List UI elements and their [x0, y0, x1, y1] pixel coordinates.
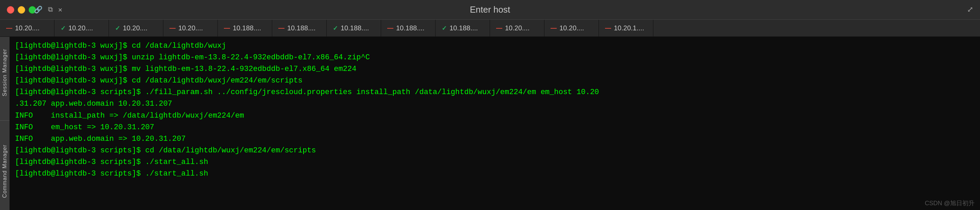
- tab-label: 10.20....: [15, 24, 40, 32]
- tab-bar: —10.20....✓10.20....✓10.20....—10.20....…: [0, 20, 980, 37]
- sidebar-divider: [0, 120, 10, 121]
- tab-label: 10.20.1....: [614, 24, 644, 32]
- tab-10[interactable]: —10.20....: [490, 20, 544, 37]
- minus-icon: —: [605, 24, 611, 32]
- minus-icon: —: [278, 24, 285, 32]
- tab-label: 10.188....: [233, 24, 261, 32]
- terminal-line: [lightdb@lightdb-3 wuxj]$ unzip lightdb-…: [15, 52, 975, 63]
- tab-label: 10.188....: [396, 24, 424, 32]
- terminal-line: INFO app.web.domain => 10.20.31.207: [15, 133, 975, 145]
- terminal-line: [lightdb@lightdb-3 wuxj]$ cd /data/light…: [15, 75, 975, 87]
- close-icon: ✕: [58, 5, 62, 14]
- tab-11[interactable]: —10.20....: [544, 20, 599, 37]
- minus-icon: —: [224, 24, 230, 32]
- tab-9[interactable]: ✓10.188....: [436, 20, 490, 37]
- minus-icon: —: [496, 24, 502, 32]
- close-button[interactable]: [7, 6, 14, 14]
- tab-5[interactable]: —10.188....: [218, 20, 272, 37]
- tab-label: 10.20....: [505, 24, 530, 32]
- tab-3[interactable]: ✓10.20....: [109, 20, 163, 37]
- terminal-line: INFO install_path => /data/lightdb/wuxj/…: [15, 110, 975, 122]
- terminal-line: [lightdb@lightdb-3 scripts]$ cd /data/li…: [15, 145, 975, 157]
- terminal-line: [lightdb@lightdb-3 scripts]$ ./start_all…: [15, 157, 975, 168]
- session-manager-label: Session Manager: [2, 49, 8, 96]
- tab-label: 10.188....: [340, 24, 369, 32]
- watermark: CSDN @旭日初升: [925, 199, 975, 207]
- tab-12[interactable]: —10.20.1....: [599, 20, 653, 37]
- titlebar-icons: 🔗 ⧉ ✕: [34, 5, 62, 14]
- terminal-area: [lightdb@lightdb-3 wuxj]$ cd /data/light…: [10, 37, 980, 210]
- terminal-line: [lightdb@lightdb-3 scripts]$ ./fill_para…: [15, 87, 975, 98]
- tab-label: 10.20....: [178, 24, 203, 32]
- tab-1[interactable]: —10.20....: [0, 20, 54, 37]
- tab-label: 10.20....: [68, 24, 93, 32]
- check-icon: ✓: [60, 24, 66, 32]
- tab-label: 10.20....: [559, 24, 584, 32]
- check-icon: ✓: [333, 24, 338, 32]
- tab-7[interactable]: ✓10.188....: [327, 20, 381, 37]
- check-icon: ✓: [115, 24, 120, 32]
- tab-label: 10.188....: [287, 24, 315, 32]
- terminal-line: [lightdb@lightdb-3 wuxj]$ cd /data/light…: [15, 40, 975, 52]
- terminal-line: .31.207 app.web.domain 10.20.31.207: [15, 98, 975, 110]
- tab-4[interactable]: —10.20....: [163, 20, 218, 37]
- minus-icon: —: [169, 24, 176, 32]
- command-manager-label: Command Manager: [2, 144, 8, 198]
- terminal-line: INFO em_host => 10.20.31.207: [15, 122, 975, 133]
- sidebar: Session Manager Command Manager: [0, 37, 10, 210]
- tab-label: 10.188....: [450, 24, 478, 32]
- window-title: Enter host: [470, 5, 511, 15]
- expand-icon[interactable]: ⤢: [967, 5, 973, 14]
- tab-2[interactable]: ✓10.20....: [54, 20, 109, 37]
- minus-icon: —: [6, 24, 12, 32]
- minus-icon: —: [550, 24, 557, 32]
- terminal-line: [lightdb@lightdb-3 scripts]$ ./start_all…: [15, 168, 975, 180]
- window-icon: ⧉: [48, 6, 53, 14]
- minus-icon: —: [387, 24, 393, 32]
- titlebar: 🔗 ⧉ ✕ Enter host ⤢: [0, 0, 980, 20]
- terminal-line: [lightdb@lightdb-3 wuxj]$ mv lightdb-em-…: [15, 63, 975, 75]
- window-controls[interactable]: [7, 6, 36, 14]
- tab-8[interactable]: —10.188....: [381, 20, 436, 37]
- minimize-button[interactable]: [18, 6, 25, 14]
- link-icon: 🔗: [34, 5, 43, 14]
- tab-label: 10.20....: [123, 24, 147, 32]
- tab-6[interactable]: —10.188....: [272, 20, 327, 37]
- check-icon: ✓: [442, 24, 447, 32]
